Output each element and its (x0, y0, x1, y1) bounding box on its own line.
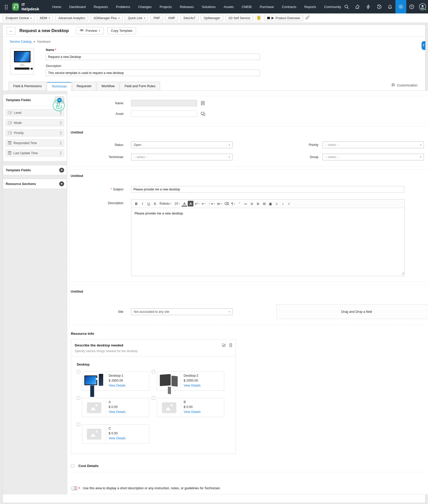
status-select[interactable]: Open▾ (131, 142, 232, 148)
history-icon[interactable] (374, 0, 385, 13)
help-slideout-tab[interactable]: ? (422, 41, 425, 50)
toolbar-button[interactable]: Site24x7 (180, 15, 199, 21)
toolbar-button[interactable]: MDM (37, 15, 53, 21)
release-notes-icon[interactable] (255, 15, 262, 21)
view-details-link[interactable]: View Details (184, 410, 201, 414)
flash-icon[interactable] (363, 0, 374, 13)
view-details-link[interactable]: View Details (109, 384, 126, 387)
settings-icon[interactable] (395, 0, 406, 13)
tab[interactable]: Field & Permissions (9, 82, 46, 91)
list-icon[interactable]: ⋮≡ (207, 201, 216, 206)
toolbar-button[interactable]: Endpoint Central (3, 15, 35, 21)
contact-book-icon[interactable] (201, 101, 205, 105)
underline-icon[interactable]: U (146, 201, 152, 206)
quick-actions-icon[interactable] (352, 0, 363, 13)
font-family-select[interactable]: Roboto (158, 201, 173, 206)
nav-menu-item[interactable]: Requests (94, 5, 108, 9)
priority-select[interactable]: -- select --▾ (322, 142, 424, 148)
toolbar-button[interactable]: AD Self Service (225, 15, 253, 21)
template-description-input[interactable] (46, 70, 260, 76)
bold-icon[interactable]: B (133, 201, 139, 206)
resource-checkbox[interactable] (152, 370, 155, 373)
view-details-link[interactable]: View Details (109, 410, 126, 414)
tab[interactable]: Requester (72, 82, 96, 91)
tab[interactable]: Field and Form Rules (120, 82, 160, 91)
devices-icon[interactable] (201, 112, 205, 116)
user-avatar[interactable] (417, 0, 428, 13)
description-editor-body[interactable]: Please provide me a new desktop (131, 208, 404, 276)
customization-button[interactable]: Customization (391, 83, 417, 87)
help-icon[interactable]: ? (406, 0, 417, 13)
clear-format-icon[interactable]: ⌫ (223, 201, 230, 206)
line-spacing-icon[interactable]: ≣ (255, 201, 261, 206)
text-direction-icon[interactable]: ¶ (230, 201, 236, 206)
draggable-field-item[interactable]: Last Update Time (6, 150, 64, 157)
toolbar-button[interactable]: PMP (150, 15, 163, 21)
resource-checkbox[interactable] (152, 396, 155, 400)
image-icon[interactable]: ▣ (268, 201, 273, 206)
whats-new-icon[interactable] (305, 15, 310, 21)
italic-icon[interactable]: I (140, 201, 145, 206)
nav-menu-item[interactable]: Contracts (282, 5, 296, 9)
nav-menu-item[interactable]: Home (52, 5, 61, 9)
drag-handle-icon[interactable] (60, 131, 62, 135)
asset-input[interactable] (131, 110, 197, 117)
draggable-field-item[interactable]: Level (6, 109, 64, 116)
copy-template-button[interactable]: Copy Template (107, 27, 136, 34)
drag-handle-icon[interactable] (60, 111, 62, 115)
group-select[interactable]: -- select --▾ (322, 154, 424, 160)
drag-handle-icon[interactable] (60, 151, 62, 155)
align-icon[interactable]: ≡ (201, 201, 206, 206)
table-icon[interactable]: ⊞ (261, 201, 267, 206)
site-select[interactable]: Not associated to any site▾ (131, 308, 232, 315)
resource-checkbox[interactable] (77, 396, 80, 400)
nav-menu-item[interactable]: Purchase (260, 5, 274, 9)
draggable-field-item[interactable]: Priority (6, 129, 64, 136)
nav-menu-item[interactable]: Releases (180, 5, 194, 9)
nav-menu-item[interactable]: Dashboard (69, 5, 86, 9)
note-toggle[interactable]: ✕ (71, 486, 80, 490)
view-details-link[interactable]: View Details (109, 436, 126, 440)
add-resource-section-button[interactable]: + (59, 181, 64, 186)
search-icon[interactable] (341, 0, 352, 13)
nav-menu-item[interactable]: Solutions (202, 5, 215, 9)
link-icon[interactable]: ∞ (243, 201, 249, 206)
nav-menu-item[interactable]: Community (324, 5, 341, 9)
highlight-color-icon[interactable]: A (188, 201, 193, 206)
nav-menu-item[interactable]: Reports (304, 5, 316, 9)
drag-drop-zone[interactable]: Drag and Drop a field (276, 304, 428, 319)
technician-select[interactable]: -- select --▾ (131, 154, 232, 160)
resource-checkbox[interactable] (77, 423, 80, 426)
text-color-icon[interactable]: A (182, 202, 187, 206)
strikethrough-icon[interactable]: S (152, 201, 158, 206)
helpdesk-logo[interactable] (12, 3, 19, 11)
add-template-field-button[interactable]: + (55, 97, 64, 103)
draggable-field-item[interactable]: Responded Time (6, 139, 64, 146)
resource-checkbox[interactable] (77, 370, 80, 373)
font-size-select[interactable]: 10 (173, 201, 181, 206)
template-name-input[interactable] (46, 54, 260, 60)
toolbar-button[interactable]: Advanced Analytics (55, 15, 88, 21)
tab[interactable]: Workflow (97, 82, 119, 91)
back-button[interactable]: ← (6, 27, 16, 35)
product-overview-button[interactable]: Product Overview (264, 15, 303, 21)
toolbar-button[interactable]: ADManager Plus (90, 15, 123, 21)
media-icon[interactable]: ♪ (280, 201, 286, 206)
delete-icon[interactable] (229, 343, 232, 348)
breadcrumb-service-catalog[interactable]: Service Catalog (10, 40, 32, 43)
toolbar-button[interactable]: Quick Link (125, 15, 148, 21)
superscript-icon[interactable]: x² (194, 201, 200, 206)
spellcheck-icon[interactable]: ✓ (286, 201, 292, 206)
template-image[interactable] (10, 48, 34, 75)
draggable-field-item[interactable]: Mode (6, 119, 64, 126)
nav-menu-item[interactable]: Changes (138, 5, 152, 9)
notifications-icon[interactable] (385, 0, 395, 13)
blockquote-icon[interactable]: ” (237, 201, 242, 206)
add-field-button[interactable]: + (59, 168, 64, 173)
drag-handle-icon[interactable] (60, 121, 62, 125)
subject-input[interactable] (131, 186, 404, 192)
unlink-icon[interactable]: ⊘ (249, 201, 255, 206)
resize-handle[interactable] (401, 272, 404, 275)
nav-menu-item[interactable]: Assets (224, 5, 234, 9)
apps-grid-icon[interactable] (4, 4, 9, 9)
